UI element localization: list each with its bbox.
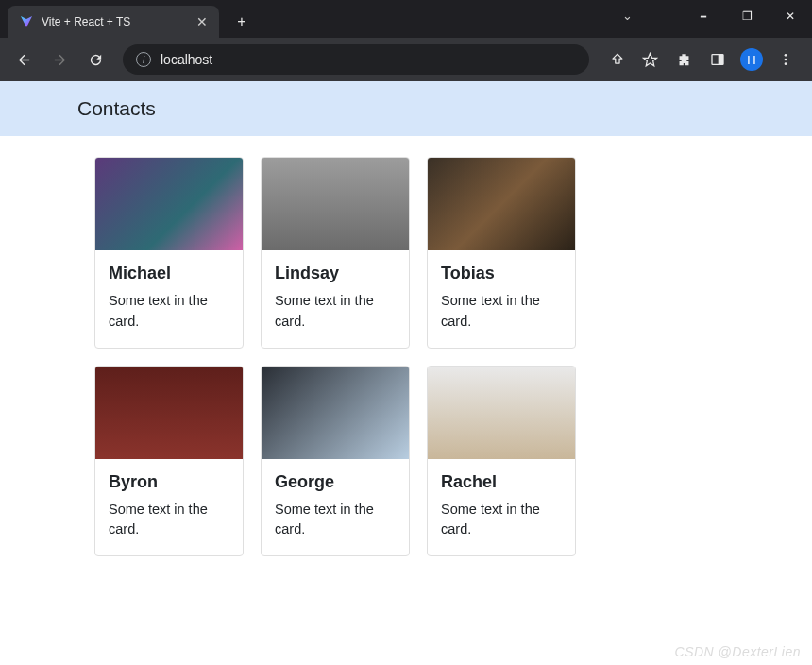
contact-photo [428,158,575,250]
card-body: Lindsay Some text in the card. [262,250,409,348]
share-icon[interactable] [601,44,631,75]
card-body: Byron Some text in the card. [95,459,243,556]
profile-avatar: H [740,48,763,71]
toolbar-right: H [601,44,804,75]
vite-favicon-icon [19,14,34,29]
contact-text: Some text in the card. [275,500,396,541]
contact-card[interactable]: Rachel Some text in the card. [427,366,576,557]
contact-name: Rachel [441,472,562,492]
contact-text: Some text in the card. [109,500,229,541]
page-viewport: Contacts Michael Some text in the card. … [0,81,812,665]
contact-photo [95,367,243,459]
contact-photo [262,158,409,250]
back-button[interactable] [8,43,40,76]
page-title: Contacts [0,81,812,136]
contact-text: Some text in the card. [441,500,562,541]
contact-text: Some text in the card. [441,291,562,332]
svg-rect-1 [719,55,723,65]
contacts-grid: Michael Some text in the card. Lindsay S… [0,136,718,556]
window-controls: ━ ❐ ✕ [682,0,812,32]
close-window-button[interactable]: ✕ [769,0,812,32]
address-bar[interactable]: i localhost [123,44,589,75]
reload-icon [88,52,104,68]
site-info-icon[interactable]: i [136,52,151,67]
tabs-dropdown-icon[interactable]: ⌄ [622,9,633,23]
contact-name: George [275,472,396,492]
contact-name: Tobias [441,264,562,283]
contact-photo [95,158,243,250]
arrow-right-icon [52,52,68,68]
new-tab-button[interactable]: + [228,9,255,35]
contact-card[interactable]: Michael Some text in the card. [94,157,244,349]
contact-name: Byron [109,472,229,492]
contact-name: Michael [109,264,229,283]
svg-point-4 [785,62,787,65]
tab-close-icon[interactable]: ✕ [196,14,208,29]
contact-card[interactable]: Byron Some text in the card. [94,366,244,557]
contact-text: Some text in the card. [275,291,396,332]
maximize-button[interactable]: ❐ [725,0,769,32]
contact-card[interactable]: George Some text in the card. [261,366,410,557]
browser-toolbar: i localhost H [0,38,812,81]
svg-point-3 [785,59,787,61]
bookmark-icon[interactable] [634,44,665,75]
watermark: CSDN @DexterLien [675,644,801,659]
card-body: Tobias Some text in the card. [428,250,575,348]
contact-card[interactable]: Tobias Some text in the card. [427,157,576,349]
contact-name: Lindsay [275,264,396,283]
menu-button[interactable] [770,44,801,75]
kebab-menu-icon [778,52,793,67]
address-text: localhost [161,52,212,67]
titlebar: Vite + React + TS ✕ + ⌄ ━ ❐ ✕ [0,0,812,38]
card-body: Rachel Some text in the card. [428,459,575,556]
browser-tab[interactable]: Vite + React + TS ✕ [8,6,219,38]
contact-photo [262,367,409,459]
profile-button[interactable]: H [736,44,767,75]
card-body: George Some text in the card. [262,459,409,556]
extensions-icon[interactable] [668,44,699,75]
contact-photo [428,367,575,459]
reload-button[interactable] [79,43,111,76]
side-panel-icon[interactable] [702,44,733,75]
arrow-left-icon [16,52,32,68]
forward-button [43,43,76,76]
contact-text: Some text in the card. [109,291,229,332]
tab-title: Vite + React + TS [42,15,189,28]
card-body: Michael Some text in the card. [95,250,243,348]
svg-point-2 [785,54,787,57]
contact-card[interactable]: Lindsay Some text in the card. [261,157,410,349]
minimize-button[interactable]: ━ [682,0,725,32]
